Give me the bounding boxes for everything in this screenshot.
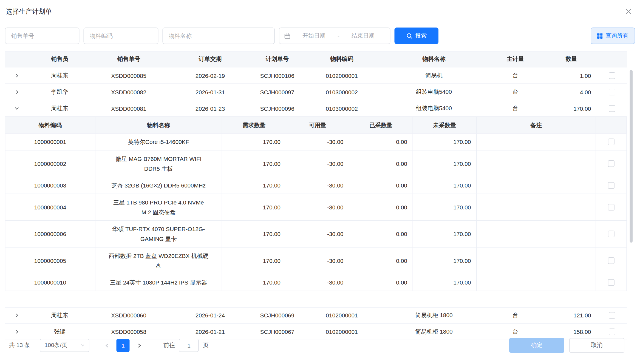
- cell-material-name: 简易机柜 1800: [383, 328, 485, 335]
- sales-order-input[interactable]: [5, 28, 80, 44]
- cell-material-name: 简易机柜 1800: [383, 312, 485, 319]
- detail-cell-unpurchased: 170.00: [413, 274, 477, 291]
- cell-due-date: 2026-01-31: [167, 89, 253, 95]
- header-plan-no: 计划单号: [253, 56, 301, 63]
- row-checkbox[interactable]: [609, 72, 615, 79]
- detail-cell-demand: 170.00: [222, 150, 286, 177]
- cell-salesperson: 周桂东: [29, 105, 90, 112]
- date-separator: -: [338, 33, 339, 39]
- material-code-input[interactable]: [84, 28, 158, 44]
- scrollbar-thumb[interactable]: [630, 70, 633, 243]
- detail-row-checkbox[interactable]: [608, 279, 614, 286]
- cell-qty: 170.00: [545, 105, 597, 112]
- cell-due-date: 2026-01-23: [167, 105, 253, 112]
- expand-cell[interactable]: [5, 89, 29, 94]
- chevron-right-icon[interactable]: [15, 73, 19, 78]
- detail-cell-name: 华硕 TUF-RTX 4070 SUPER-O12G-GAMING 显卡: [95, 221, 222, 247]
- cell-plan-no: SCJH000097: [253, 89, 301, 95]
- page-button-1[interactable]: 1: [117, 339, 130, 352]
- cell-salesperson: 张键: [29, 328, 90, 335]
- row-checkbox[interactable]: [609, 328, 615, 335]
- detail-row-checkbox[interactable]: [608, 257, 614, 264]
- detail-row: 1000000010 三星 24英寸 1080P 144Hz IPS 显示器 1…: [5, 274, 627, 291]
- calendar-icon: [284, 33, 291, 39]
- grid-icon: [597, 33, 603, 39]
- header-sales-order: 销售单号: [90, 56, 167, 63]
- cancel-button[interactable]: 取消: [569, 338, 624, 353]
- chevron-right-icon: [137, 343, 142, 348]
- expand-cell[interactable]: [5, 73, 29, 78]
- goto-page-input[interactable]: [179, 339, 199, 352]
- detail-row-checkbox[interactable]: [608, 139, 614, 145]
- select-production-plan-dialog: 选择生产计划单 开始日期 - 结束日期 搜索 查询所有: [0, 0, 640, 364]
- next-page-button[interactable]: [133, 339, 145, 352]
- prev-page-button[interactable]: [101, 339, 113, 352]
- dialog-title: 选择生产计划单: [6, 7, 52, 16]
- header-due-date: 订单交期: [167, 56, 253, 63]
- detail-cell-code: 1000000002: [5, 150, 96, 177]
- search-button[interactable]: 搜索: [395, 28, 439, 44]
- expand-cell[interactable]: [5, 313, 29, 318]
- expand-cell[interactable]: [5, 329, 29, 334]
- detail-cell-demand: 170.00: [222, 177, 286, 194]
- row-checkbox[interactable]: [609, 105, 615, 112]
- checkbox-cell: [597, 312, 627, 319]
- detail-header-purchased: 已采数量: [349, 117, 413, 133]
- plan-row[interactable]: 周桂东 XSDD000060 2026-01-24 SCJH000069 010…: [5, 307, 627, 324]
- detail-row-checkbox[interactable]: [608, 231, 614, 237]
- query-all-button[interactable]: 查询所有: [591, 28, 635, 44]
- plan-row-expanded[interactable]: 周桂东 XSDD000081 2026-01-23 SCJH000096 010…: [5, 100, 627, 117]
- cell-sales-order: XSDD000082: [90, 89, 167, 95]
- cell-material-name: 组装电脑5400: [383, 88, 485, 96]
- detail-row: 1000000003 芝奇 32GB (16G×2) DDR5 6000MHz …: [5, 177, 627, 194]
- detail-row-checkbox[interactable]: [608, 204, 614, 211]
- chevron-down-icon[interactable]: [15, 106, 19, 111]
- cell-unit: 台: [485, 312, 545, 319]
- total-count: 共 13 条: [9, 342, 30, 349]
- header-qty: 数量: [545, 56, 597, 63]
- detail-cell-code: 1000000010: [5, 274, 96, 291]
- chevron-right-icon[interactable]: [15, 89, 19, 94]
- cell-plan-no: SCJH000067: [253, 328, 301, 335]
- checkbox-cell: [597, 105, 627, 112]
- chevron-left-icon: [104, 343, 110, 348]
- checkbox-cell: [597, 89, 627, 95]
- detail-cell-unpurchased: 170.00: [413, 134, 477, 150]
- detail-cell-demand: 170.00: [222, 248, 286, 274]
- cell-material-code: 0102000001: [301, 312, 383, 319]
- page-size-select[interactable]: 100条/页: [40, 339, 89, 352]
- cell-plan-no: SCJH000106: [253, 72, 301, 79]
- detail-cell-code: 1000000005: [5, 248, 96, 274]
- cell-material-code: 0103000002: [301, 105, 383, 112]
- detail-header-demand: 需求数量: [222, 117, 286, 133]
- detail-row-checkbox[interactable]: [608, 160, 614, 167]
- chevron-right-icon[interactable]: [15, 329, 19, 334]
- chevron-right-icon[interactable]: [15, 313, 19, 318]
- detail-row-checkbox[interactable]: [608, 182, 614, 189]
- plan-row[interactable]: 李凯华 XSDD000082 2026-01-31 SCJH000097 010…: [5, 84, 627, 100]
- detail-cell-purchased: 0.00: [349, 150, 413, 177]
- detail-checkbox-cell: [596, 221, 627, 247]
- expand-cell[interactable]: [5, 106, 29, 111]
- detail-cell-code: 1000000003: [5, 177, 96, 194]
- plan-row[interactable]: 周桂东 XSDD000085 2026-02-19 SCJH000106 010…: [5, 67, 627, 84]
- detail-cell-code: 1000000006: [5, 221, 96, 247]
- cell-material-code: 0103000002: [301, 89, 383, 95]
- search-icon: [406, 33, 412, 39]
- material-name-input[interactable]: [163, 28, 275, 44]
- cell-material-code: 0102000001: [301, 328, 383, 335]
- row-checkbox[interactable]: [609, 89, 615, 95]
- detail-cell-remark: [477, 177, 596, 194]
- confirm-button[interactable]: 确定: [509, 338, 564, 353]
- date-range-picker[interactable]: 开始日期 - 结束日期: [279, 28, 390, 44]
- detail-cell-remark: [477, 134, 596, 150]
- detail-cell-name: 西部数据 2TB 蓝盘 WD20EZBX 机械硬盘: [95, 248, 222, 274]
- detail-cell-demand: 170.00: [222, 274, 286, 291]
- row-checkbox[interactable]: [609, 312, 615, 319]
- detail-cell-remark: [477, 274, 596, 291]
- detail-cell-available: -30.00: [286, 248, 349, 274]
- detail-cell-purchased: 0.00: [349, 177, 413, 194]
- detail-cell-remark: [477, 194, 596, 220]
- header-material-name: 物料名称: [383, 56, 485, 63]
- close-icon[interactable]: [624, 7, 633, 16]
